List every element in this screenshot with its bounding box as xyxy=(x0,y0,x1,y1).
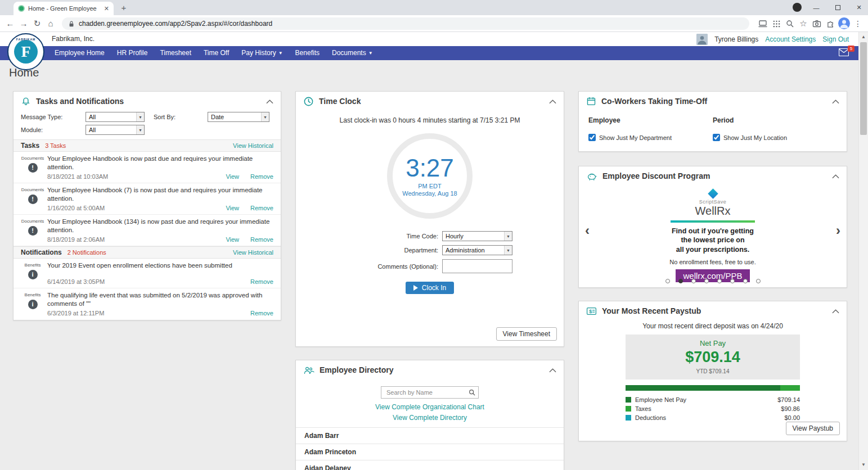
nav-documents[interactable]: Documents▼ xyxy=(326,46,379,60)
scrollbar-thumb[interactable] xyxy=(860,42,867,135)
address-bar[interactable]: chadden.greenemployee.com/app2/Spav2.asp… xyxy=(62,17,749,30)
sort-by-select[interactable]: Date▼ xyxy=(208,112,269,122)
module-select[interactable]: All▼ xyxy=(86,125,145,135)
carousel-dot[interactable] xyxy=(756,279,761,283)
collapse-chevron-icon[interactable] xyxy=(832,174,839,179)
svg-text:$: $ xyxy=(589,308,592,314)
message-type-select[interactable]: All▼ xyxy=(86,112,145,122)
employee-directory-card: Employee Directory View Complete Organiz… xyxy=(295,360,564,470)
carousel-dot[interactable] xyxy=(691,279,696,283)
nav-hr-profile[interactable]: HR Profile xyxy=(111,46,154,60)
task-view-link[interactable]: View xyxy=(226,236,239,243)
task-remove-link[interactable]: Remove xyxy=(250,173,273,180)
notifications-section-header: Notifications 2 Notifications View Histo… xyxy=(14,246,281,259)
extensions-puzzle-icon[interactable] xyxy=(824,19,837,29)
period-column-header: Period xyxy=(713,116,837,124)
browser-menu-icon[interactable]: ⋮ xyxy=(851,19,865,28)
directory-row[interactable]: Adam Barr xyxy=(296,427,564,444)
browser-toolbar: ← → ↻ ⌂ chadden.greenemployee.com/app2/S… xyxy=(0,15,868,32)
user-avatar[interactable] xyxy=(696,34,708,45)
collapse-chevron-icon[interactable] xyxy=(832,309,839,314)
search-icon[interactable] xyxy=(469,389,475,396)
window-maximize-button[interactable] xyxy=(829,0,847,15)
info-circle-icon: i xyxy=(28,300,38,309)
notification-text: The qualifying life event that was submi… xyxy=(47,291,273,308)
notification-remove-link[interactable]: Remove xyxy=(250,310,273,317)
task-remove-link[interactable]: Remove xyxy=(250,236,273,243)
page-title-band: Home xyxy=(0,60,868,85)
view-historical-tasks-link[interactable]: View Historical xyxy=(233,142,273,149)
legend-row: Deductions $0.00 xyxy=(626,414,800,421)
net-pay-label: Net Pay xyxy=(626,339,800,347)
task-view-link[interactable]: View xyxy=(226,205,239,211)
account-settings-link[interactable]: Account Settings xyxy=(765,35,816,43)
window-close-button[interactable]: ✕ xyxy=(850,0,868,15)
notification-remove-link[interactable]: Remove xyxy=(250,278,273,285)
carousel-next-icon[interactable]: › xyxy=(836,224,840,237)
carousel-dot[interactable] xyxy=(665,279,670,283)
view-paystub-button[interactable]: View Paystub xyxy=(786,422,840,435)
task-view-link[interactable]: View xyxy=(226,173,239,180)
legend-swatch xyxy=(626,397,631,403)
org-chart-link[interactable]: View Complete Organizational Chart xyxy=(296,402,564,413)
task-remove-link[interactable]: Remove xyxy=(250,205,273,211)
directory-row[interactable]: Aidan Delaney xyxy=(296,460,564,470)
brand-small: ScriptSave xyxy=(699,199,727,205)
time-code-select[interactable]: Hourly▼ xyxy=(442,231,512,241)
devices-icon[interactable] xyxy=(756,19,770,29)
bookmark-star-icon[interactable]: ☆ xyxy=(797,19,810,29)
lock-icon xyxy=(68,19,75,29)
carousel-slide[interactable]: ScriptSave WellRx Find out if you're get… xyxy=(579,186,847,282)
carousel-dot[interactable] xyxy=(704,279,709,283)
carousel-dot[interactable] xyxy=(717,279,722,283)
scroll-up-icon[interactable]: ▲ xyxy=(859,33,868,42)
collapse-chevron-icon[interactable] xyxy=(549,99,556,104)
nav-employee-home[interactable]: Employee Home xyxy=(48,46,111,60)
reload-icon[interactable]: ↻ xyxy=(30,19,44,29)
message-type-label: Message Type: xyxy=(21,114,86,120)
sign-out-link[interactable]: Sign Out xyxy=(822,35,849,43)
browser-profile-badge[interactable] xyxy=(793,3,802,12)
browser-tab[interactable]: Home - Green Employee ✕ xyxy=(14,2,114,15)
carousel-dot[interactable] xyxy=(730,279,735,283)
collapse-chevron-icon[interactable] xyxy=(832,99,839,104)
browser-profile-avatar[interactable] xyxy=(838,17,850,29)
complete-directory-link[interactable]: View Complete Directory xyxy=(296,413,564,423)
camera-icon[interactable] xyxy=(810,19,824,29)
nav-pay-history[interactable]: Pay History▼ xyxy=(235,46,289,60)
nav-time-off[interactable]: Time Off xyxy=(197,46,235,60)
task-row: Documents! Your Employee Handbook (7) is… xyxy=(14,183,281,215)
carousel-dot[interactable] xyxy=(743,279,748,283)
department-filter-checkbox[interactable]: Show Just My Department xyxy=(588,134,713,141)
apps-grid-icon[interactable] xyxy=(770,19,783,29)
directory-row[interactable]: Adam Princeton xyxy=(296,444,564,460)
comments-input[interactable] xyxy=(442,259,512,273)
clock-in-button[interactable]: Clock In xyxy=(406,282,454,294)
department-select[interactable]: Administration▼ xyxy=(442,245,512,255)
directory-search-box[interactable] xyxy=(381,386,479,399)
bell-icon xyxy=(21,96,31,106)
carousel-dot[interactable] xyxy=(678,279,683,283)
department-checkbox-input[interactable] xyxy=(588,134,596,141)
forward-icon[interactable]: → xyxy=(17,19,30,28)
home-icon[interactable]: ⌂ xyxy=(44,19,57,28)
messages-mail-icon[interactable]: 5 xyxy=(839,48,850,57)
directory-search-input[interactable] xyxy=(385,388,469,396)
nav-benefits[interactable]: Benefits xyxy=(289,46,326,60)
back-icon[interactable]: ← xyxy=(3,19,17,28)
view-historical-notifications-link[interactable]: View Historical xyxy=(233,249,273,256)
carousel-prev-icon[interactable]: ‹ xyxy=(585,224,590,237)
location-filter-checkbox[interactable]: Show Just My Location xyxy=(713,134,837,141)
scroll-down-icon[interactable]: ▼ xyxy=(859,460,868,469)
search-icon[interactable] xyxy=(783,19,797,29)
collapse-chevron-icon[interactable] xyxy=(266,99,273,104)
page-scrollbar[interactable]: ▲ ▼ xyxy=(858,32,868,470)
window-minimize-button[interactable]: — xyxy=(807,0,825,15)
collapse-chevron-icon[interactable] xyxy=(549,368,556,373)
view-timesheet-button[interactable]: View Timesheet xyxy=(496,327,557,341)
legend-swatch xyxy=(626,415,631,421)
new-tab-button[interactable]: + xyxy=(119,3,128,12)
tab-close-icon[interactable]: ✕ xyxy=(104,5,109,12)
location-checkbox-input[interactable] xyxy=(713,134,720,141)
nav-timesheet[interactable]: Timesheet xyxy=(154,46,197,60)
